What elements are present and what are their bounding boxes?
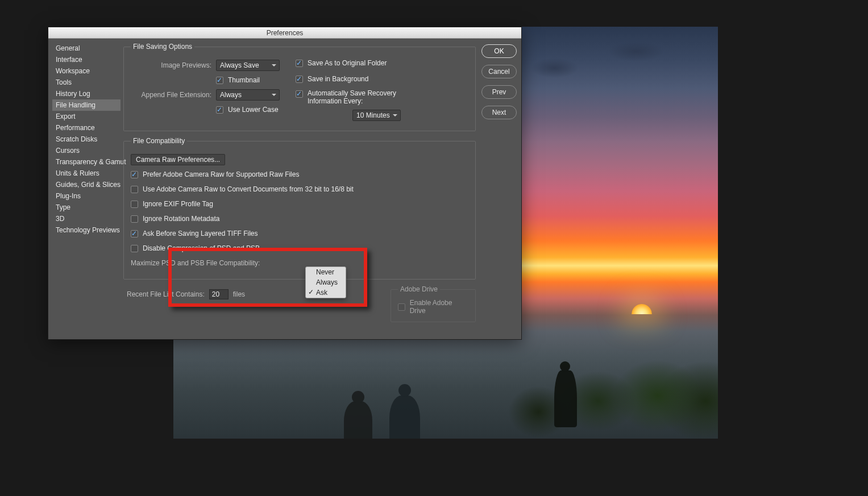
prefer-acr-label: Prefer Adobe Camera Raw for Supported Ra… — [143, 170, 299, 178]
auto-save-checkbox[interactable] — [296, 90, 303, 98]
foliage-silhouette — [491, 336, 718, 439]
sidebar-item-transparency-gamut[interactable]: Transparency & Gamut — [52, 156, 121, 168]
image-previews-select[interactable]: Always Save — [216, 60, 280, 71]
sidebar-item-interface[interactable]: Interface — [52, 54, 121, 65]
next-button[interactable]: Next — [481, 106, 517, 119]
ignore-exif-checkbox[interactable] — [131, 201, 138, 208]
save-as-original-label: Save As to Original Folder — [308, 59, 387, 67]
sidebar-item-workspace[interactable]: Workspace — [52, 65, 121, 77]
group-adobe-drive: Adobe Drive Enable Adobe Drive — [391, 285, 476, 322]
sidebar-item-cursors[interactable]: Cursors — [52, 145, 121, 156]
ask-tiff-label: Ask Before Saving Layered TIFF Files — [143, 230, 258, 237]
preferences-content: File Saving Options Image Previews: Alwa… — [123, 43, 476, 322]
sidebar-item-history-log[interactable]: History Log — [52, 88, 121, 99]
sidebar-item-tools[interactable]: Tools — [52, 77, 121, 88]
person-silhouette — [554, 370, 577, 427]
sidebar-item-performance[interactable]: Performance — [52, 122, 121, 134]
image-previews-label: Image Previews: — [131, 61, 211, 69]
use-acr-convert-checkbox[interactable] — [131, 186, 138, 193]
group-file-saving-options: File Saving Options Image Previews: Alwa… — [123, 43, 476, 131]
preferences-dialog: Preferences General Interface Workspace … — [48, 27, 522, 340]
enable-adobe-drive-label: Enable Adobe Drive — [410, 299, 468, 315]
person-silhouette — [344, 401, 372, 439]
group-file-compatibility: File Compatibility Camera Raw Preference… — [123, 137, 476, 280]
append-ext-label: Append File Extension: — [131, 91, 211, 99]
dialog-buttons: OK Cancel Prev Next — [481, 44, 517, 119]
thumbnail-label: Thumbnail — [228, 76, 260, 84]
sun-glow — [632, 304, 652, 314]
recent-files-label: Recent File List Contains: — [127, 290, 205, 298]
maximize-compat-label: Maximize PSD and PSB File Compatibility: — [131, 259, 260, 267]
use-acr-convert-label: Use Adobe Camera Raw to Convert Document… — [143, 185, 354, 193]
sidebar-item-3d[interactable]: 3D — [52, 213, 121, 224]
ignore-exif-label: Ignore EXIF Profile Tag — [143, 200, 213, 208]
sidebar-item-export[interactable]: Export — [52, 111, 121, 122]
ignore-rotation-checkbox[interactable] — [131, 215, 138, 223]
maximize-compat-dropdown-open[interactable]: Never Always Ask — [305, 266, 346, 298]
ok-button[interactable]: OK — [481, 44, 517, 58]
sidebar-item-guides-grid-slices[interactable]: Guides, Grid & Slices — [52, 179, 121, 190]
sidebar-item-type[interactable]: Type — [52, 202, 121, 213]
sidebar-item-general[interactable]: General — [52, 43, 121, 54]
group-legend: Adobe Drive — [398, 285, 440, 293]
sidebar-item-file-handling[interactable]: File Handling — [52, 99, 121, 111]
category-sidebar: General Interface Workspace Tools Histor… — [52, 43, 121, 335]
recent-files-suffix: files — [233, 290, 245, 298]
append-ext-select[interactable]: Always — [216, 89, 280, 101]
lower-case-checkbox[interactable] — [216, 106, 223, 114]
cancel-button[interactable]: Cancel — [481, 65, 517, 78]
maximize-option-always[interactable]: Always — [306, 277, 346, 287]
save-in-background-checkbox[interactable] — [296, 76, 303, 83]
thumbnail-checkbox[interactable] — [216, 77, 223, 84]
save-as-original-checkbox[interactable] — [296, 60, 303, 67]
maximize-option-ask[interactable]: Ask — [306, 287, 346, 298]
prev-button[interactable]: Prev — [481, 85, 517, 99]
save-in-background-label: Save in Background — [308, 75, 368, 83]
recent-files-input[interactable] — [209, 289, 229, 299]
disable-compress-label: Disable Compression of PSD and PSB — [143, 244, 260, 252]
ask-tiff-checkbox[interactable] — [131, 230, 138, 237]
sidebar-item-scratch-disks[interactable]: Scratch Disks — [52, 134, 121, 145]
disable-compress-checkbox[interactable] — [131, 245, 138, 252]
auto-save-interval-select[interactable]: 10 Minutes — [352, 110, 401, 121]
ignore-rotation-label: Ignore Rotation Metadata — [143, 215, 219, 223]
sidebar-item-units-rulers[interactable]: Units & Rulers — [52, 168, 121, 179]
group-legend: File Compatibility — [131, 137, 187, 145]
person-silhouette — [389, 395, 420, 439]
camera-raw-preferences-button[interactable]: Camera Raw Preferences... — [131, 154, 225, 165]
maximize-option-never[interactable]: Never — [306, 267, 346, 277]
sidebar-item-technology-previews[interactable]: Technology Previews — [52, 224, 121, 236]
group-legend: File Saving Options — [131, 43, 194, 51]
enable-adobe-drive-checkbox — [398, 303, 405, 311]
dialog-title: Preferences — [48, 27, 521, 39]
sidebar-item-plug-ins[interactable]: Plug-Ins — [52, 190, 121, 202]
prefer-acr-checkbox[interactable] — [131, 171, 138, 178]
auto-save-label: Automatically Save Recovery Information … — [308, 89, 410, 105]
lower-case-label: Use Lower Case — [228, 106, 279, 114]
